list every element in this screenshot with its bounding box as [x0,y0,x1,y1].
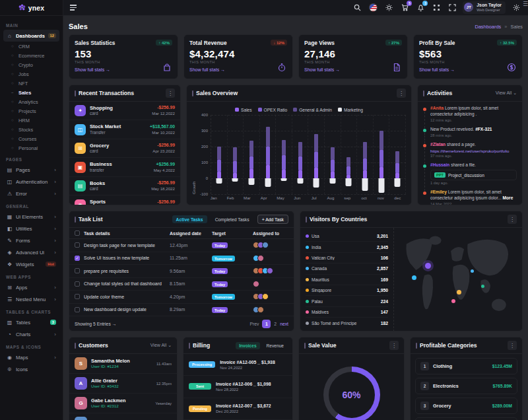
tab-active-tasks[interactable]: Active Tasks [172,215,207,223]
sidebar-item[interactable]: ○Personal [3,143,59,153]
sidebar-item[interactable]: ◉Maps› [3,351,59,363]
sidebar-item[interactable]: ○HRM [3,116,59,125]
sidebar-item[interactable]: ○Analytics [3,97,59,106]
sidebar-item[interactable]: ◧Utilities› [3,223,59,234]
country-row[interactable]: São Tomé and Príncipe 182 [306,318,388,328]
sidebar-item[interactable]: ⌂Dashboards12 [3,30,59,42]
invoice-row[interactable]: Processing Invoice #A12-005 _ $1,938 Nov… [183,354,292,376]
sidebar-item[interactable]: ◈Advanced Ui› [3,246,59,258]
sidebar-item[interactable]: ☰Nested Menu› [3,293,59,305]
category-row[interactable]: 4 Mobiles $662.97K [415,417,517,420]
activity-tag[interactable]: #FX-321 [475,127,492,131]
cart-icon[interactable]: 5 [399,3,410,13]
page-2[interactable]: 2 [274,322,277,326]
transaction-row[interactable]: ◉ Sports card -$256.99 Apr 30,2022 [69,195,180,205]
transaction-row[interactable]: ▣ Business transfer +$256.99 May 4,2022 [69,158,180,176]
task-checkbox[interactable] [75,256,80,261]
activity-user[interactable]: #Anita [430,106,444,110]
more-options-button[interactable]: ⋮ [389,341,399,350]
sidebar-item[interactable]: ▦Ui Elements› [3,211,59,223]
select-all-checkbox[interactable] [75,230,80,236]
sidebar-item[interactable]: ▥Tables3 [3,316,59,328]
breadcrumb-parent[interactable]: Dashboards [475,24,501,30]
task-checkbox[interactable] [75,242,80,248]
show-full-stats-link[interactable]: Show full stats → [419,67,517,72]
country-row[interactable]: Singapore 1,950 [306,285,388,296]
activity-user[interactable]: #Zlatan [430,142,446,147]
country-row[interactable]: Mauritius 169 [306,275,388,285]
sidebar-item[interactable]: ⚠Error› [3,188,59,199]
category-row[interactable]: 3 Grocery $289.00M [415,398,517,414]
legend-item[interactable]: General & Admin [293,108,332,112]
customer-row[interactable]: G Gabe Lackmen User ID: #2312 Yeserday [69,394,177,413]
task-checkbox[interactable] [75,307,80,312]
country-row[interactable]: Palau 224 [306,296,388,306]
sidebar-item[interactable]: ○Ecommerce [3,51,59,60]
customer-row[interactable]: S Samantha Melon User ID: #1234 11.43am [69,354,177,374]
brand-logo[interactable]: ynex [0,0,63,16]
more-options-button[interactable]: ⋮ [397,88,406,98]
country-row[interactable]: India 2,345 [306,242,388,252]
sidebar-item[interactable]: ○Stocks [3,125,59,134]
transaction-row[interactable]: ◫ Stock Market Transfer +$18,567.00 Mar … [69,120,180,139]
country-row[interactable]: Maldives 147 [306,307,388,318]
user-menu[interactable]: JT Json Taylor Web Designer [463,1,506,13]
view-all-link[interactable]: View All ⌄ [150,343,172,348]
settings-gear-icon[interactable] [511,3,521,13]
sidebar-item[interactable]: ○Crypto [3,60,59,69]
notifications-bell-icon[interactable]: 3 [415,3,426,13]
sidebar-item[interactable]: ○NFT [3,79,59,88]
transaction-row[interactable]: ⊞ Grocery card -$256.99 Apr 23,2022 [69,139,180,158]
activity-user[interactable]: #Hussain [430,162,449,167]
sidebar-item[interactable]: ◔Charts› [3,328,59,340]
invoice-row[interactable]: Sent Invoice #A12-006 _ $1,098 Nov 28,20… [183,376,292,398]
sidebar-item[interactable]: ◫Authentication› [3,176,59,188]
more-options-button[interactable]: ⋮ [166,88,175,98]
task-checkbox[interactable] [75,268,80,273]
legend-item[interactable]: Sales [235,108,252,112]
sidebar-item[interactable]: ○Projects [3,106,59,116]
country-row[interactable]: Vatican City 106 [306,253,388,263]
country-row[interactable]: Usa 3,201 [306,231,388,242]
sidebar-item[interactable]: –Sales [3,88,59,97]
view-all-link[interactable]: View All ⌄ [496,90,517,96]
legend-item[interactable]: Marketing [338,108,363,112]
page-next[interactable]: next [280,322,288,326]
activity-user[interactable]: #Emiley [430,190,447,194]
sidebar-item[interactable]: ❖WidgetsHot [3,258,59,270]
fullscreen-icon[interactable] [447,3,457,13]
sidebar-item[interactable]: ○Jobs [3,69,59,79]
category-row[interactable]: 1 Clothing $123.45M [415,358,517,374]
page-prev[interactable]: Prev [249,322,259,326]
tab-invoices[interactable]: Invoices [236,342,259,349]
transaction-row[interactable]: ▤ Books card -$256.99 May 18,2022 [69,177,180,195]
search-icon[interactable] [352,3,362,13]
show-full-stats-link[interactable]: Show full stats → [304,67,402,72]
sidebar-item[interactable]: ▤Pages› [3,164,59,176]
show-full-stats-link[interactable]: Show full stats → [75,67,172,72]
add-task-button[interactable]: + Add Task [257,215,288,224]
customer-row[interactable]: M Manuel Labor 24 Mar,2022 [69,413,177,420]
hamburger-menu-icon[interactable] [70,5,77,10]
sidebar-item[interactable]: ❊Icons [3,363,59,375]
sidebar-item[interactable]: ○Courses [3,134,59,143]
shared-file-chip[interactable]: PPT Project_discussion [430,170,517,180]
theme-toggle-icon[interactable] [383,3,394,13]
customer-row[interactable]: A Allie Grater User ID: #3432 12.35pm [69,374,177,394]
sidebar-item[interactable]: ✎Forms› [3,234,59,246]
showing-entries-link[interactable]: Showing 5 Entries → [75,322,116,326]
page-1[interactable]: 1 [262,320,271,328]
transaction-row[interactable]: ✦ Shopping card -$256.99 Mar 12,2022 [69,102,180,120]
legend-item[interactable]: OPEX Ratio [258,108,288,112]
category-row[interactable]: 2 Electronics $765.89K [415,378,517,394]
apps-grid-icon[interactable] [431,3,442,13]
invoice-row[interactable]: Pending Invoice #A12-007 _ $3,672 Dec 20… [183,398,292,420]
country-row[interactable]: Canada 2,857 [306,263,388,274]
activity-link[interactable]: https://themeforest.net/user/spruko/port… [430,149,517,153]
sidebar-item[interactable]: ○CRM [3,42,59,51]
language-flag-icon[interactable] [368,3,378,13]
activity-tag[interactable]: More [503,195,513,200]
tab-revenue[interactable]: Revenue [263,342,287,349]
more-options-button[interactable]: ⋮ [508,215,517,224]
tab-completed-tasks[interactable]: Completed Tasks [211,215,253,223]
